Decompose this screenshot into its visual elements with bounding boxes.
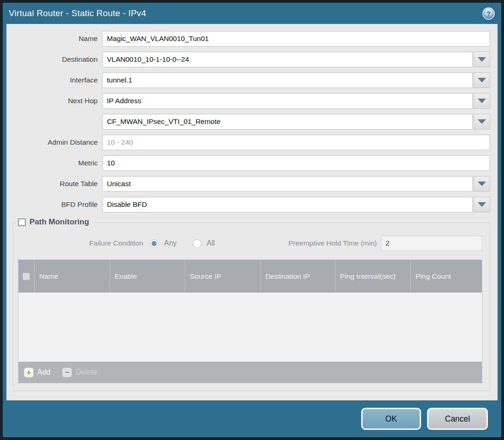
help-icon[interactable]: ? [482,7,495,20]
column-header-enable[interactable]: Enable [110,260,185,293]
path-monitoring-table: Name Enable Source IP Destination IP Pin… [18,259,482,383]
bfd-profile-row: BFD Profile [13,197,490,212]
static-route-dialog: Virtual Router - Static Route - IPv4 ? N… [3,3,501,437]
bfd-profile-input[interactable] [102,197,473,212]
preemptive-hold-time-label: Preemptive Hold Time (min) [288,239,377,247]
select-all-column-header [18,260,35,293]
chevron-down-icon [478,57,486,62]
destination-dropdown-button[interactable] [474,52,490,67]
radio-all-label: All [207,239,215,247]
column-header-name[interactable]: Name [35,260,110,293]
name-row: Name [13,31,490,47]
table-header-row: Name Enable Source IP Destination IP Pin… [18,260,482,293]
interface-input[interactable] [102,72,473,88]
dialog-footer: OK Cancel [3,400,501,437]
failure-condition-all-option[interactable]: All [193,239,215,248]
failure-condition-radio-group: Any All [150,239,215,248]
next-hop-value-input[interactable] [102,114,473,129]
metric-row: Metric [13,155,490,171]
interface-label: Interface [13,76,98,84]
bfd-profile-dropdown-button[interactable] [474,197,490,212]
dialog-titlebar: Virtual Router - Static Route - IPv4 ? [3,3,501,24]
select-all-checkbox[interactable] [23,273,30,280]
next-hop-label: Next Hop [13,97,98,105]
interface-row: Interface [13,72,490,88]
route-table-input[interactable] [102,176,473,192]
table-body-empty [18,293,482,362]
column-header-ping-count[interactable]: Ping Count [411,260,482,293]
column-header-ping-interval[interactable]: Ping Interval(sec) [335,260,411,293]
column-header-source-ip[interactable]: Source IP [185,260,261,293]
chevron-down-icon [478,99,486,103]
screen: Virtual Router - Static Route - IPv4 ? N… [0,0,504,440]
chevron-down-icon [478,78,486,82]
destination-label: Destination [13,55,98,64]
metric-label: Metric [13,159,98,167]
next-hop-type-dropdown-button[interactable] [474,93,490,109]
destination-input[interactable] [102,52,473,67]
failure-condition-any-option[interactable]: Any [150,239,177,248]
add-button-label: Add [37,368,50,376]
route-table-row: Route Table [13,176,490,192]
admin-distance-label: Admin Distance [13,138,98,147]
dialog-title: Virtual Router - Static Route - IPv4 [9,8,482,18]
ok-button[interactable]: OK [361,408,421,430]
next-hop-row: Next Hop [13,93,490,109]
cancel-button[interactable]: Cancel [427,408,488,430]
path-monitoring-title: Path Monitoring [29,217,89,227]
admin-distance-row: Admin Distance [13,135,490,150]
chevron-down-icon [478,119,486,124]
preemptive-hold-time-input[interactable] [381,235,482,251]
next-hop-value-dropdown-button[interactable] [474,114,490,129]
delete-button[interactable]: − Delete [62,368,97,377]
minus-icon: − [62,368,72,377]
chevron-down-icon [478,182,486,186]
preemptive-hold-time-group: Preemptive Hold Time (min) [288,235,482,251]
metric-input[interactable] [102,155,490,171]
next-hop-type-input[interactable] [102,93,473,109]
table-toolbar: + Add − Delete [18,362,482,383]
name-input[interactable] [102,31,490,47]
radio-any-label: Any [164,239,177,247]
radio-any-icon[interactable] [150,239,158,248]
name-label: Name [13,35,98,43]
route-table-dropdown-button[interactable] [474,176,490,192]
next-hop-value-row [13,114,490,129]
destination-row: Destination [13,52,490,67]
admin-distance-input[interactable] [102,135,490,150]
path-monitoring-legend: Path Monitoring [16,217,93,227]
column-header-destination-ip[interactable]: Destination IP [261,260,335,293]
path-monitoring-section: Path Monitoring Failure Condition Any Al… [13,223,490,391]
bfd-profile-label: BFD Profile [13,200,98,209]
dialog-content: Name Destination Interface [6,24,498,400]
add-button[interactable]: + Add [24,368,50,377]
interface-dropdown-button[interactable] [474,72,490,88]
radio-all-icon[interactable] [193,239,201,248]
path-monitoring-checkbox[interactable] [18,218,26,226]
failure-condition-label: Failure Condition [18,239,143,247]
chevron-down-icon [478,202,486,207]
route-table-label: Route Table [13,180,98,188]
failure-condition-row: Failure Condition Any All Preemptive Hol… [18,235,482,252]
plus-icon: + [24,368,34,377]
delete-button-label: Delete [76,368,97,376]
